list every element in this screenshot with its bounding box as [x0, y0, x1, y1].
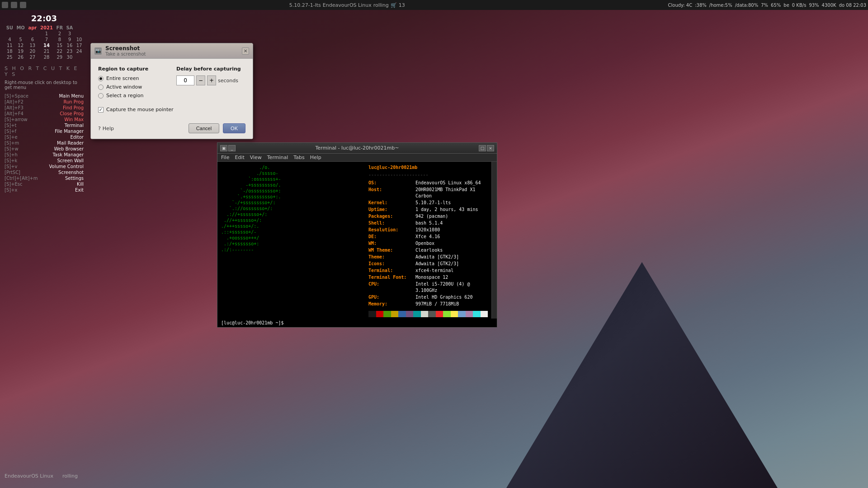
dialog-title-main: Screenshot: [105, 45, 146, 52]
color-block-6: [413, 311, 421, 317]
radio-active-window[interactable]: Active window: [98, 84, 167, 90]
sysinfo-memory-key: Memory:: [368, 301, 414, 307]
sysinfo-wmtheme-key: WM Theme:: [368, 247, 414, 253]
radio-entire-screen[interactable]: Entire screen: [98, 75, 167, 81]
radio-active-window-btn[interactable]: [98, 84, 104, 90]
sysinfo-host-val: 20HR0021MB ThinkPad X1 Carbon: [415, 187, 488, 199]
delay-section: Delay before capturing 0 − + seconds: [176, 66, 245, 101]
radio-select-region[interactable]: Select a region: [98, 93, 167, 99]
sysinfo-memory-val: 997MiB / 7718MiB: [415, 301, 459, 307]
cal-day: 15: [55, 42, 65, 48]
sysinfo-os: OS: EndeavourOS Linux x86_64: [368, 180, 488, 186]
sysinfo-resolution-key: Resolution:: [368, 227, 414, 233]
color-block-4: [398, 311, 406, 317]
terminal-menu-terminal[interactable]: Terminal: [267, 155, 288, 160]
terminal-menu-view[interactable]: View: [250, 155, 262, 160]
sysinfo-cpu: CPU: Intel i5-7200U (4) @ 3.100GHz: [368, 281, 488, 294]
cart-count: 13: [399, 2, 405, 8]
cal-day: 19: [15, 48, 27, 54]
cal-day: 29: [55, 54, 65, 60]
prompt-text: [luc@luc-20hr0021mb ~]$: [221, 320, 287, 325]
delay-increase-button[interactable]: +: [207, 75, 216, 85]
radio-entire-screen-label: Entire screen: [106, 75, 139, 81]
sysinfo-wmtheme: WM Theme: Clearlooks: [368, 247, 488, 253]
shortcut-settings: [Ctrl]+[Alt]+m Settings: [5, 176, 84, 181]
terminal-menu-help[interactable]: Help: [310, 155, 321, 160]
browser-icon[interactable]: [20, 2, 26, 8]
ok-button[interactable]: OK: [223, 123, 245, 133]
shortcut-action: File Manager: [55, 129, 84, 134]
radio-entire-screen-btn[interactable]: [98, 76, 104, 81]
delay-decrease-button[interactable]: −: [196, 75, 205, 85]
cal-day: [27, 31, 38, 37]
shortcut-key: [S]+v: [5, 164, 17, 169]
shortcut-action: Settings: [65, 176, 84, 181]
help-label: Help: [103, 126, 114, 131]
sysinfo-uptime-val: 1 day, 2 hours, 43 mins: [415, 206, 478, 213]
dialog-close-button[interactable]: ×: [242, 47, 249, 55]
radio-select-region-btn[interactable]: [98, 93, 104, 99]
sysinfo-kernel: Kernel: 5.10.27-1-lts: [368, 200, 488, 206]
sysinfo-uptime: Uptime: 1 day, 2 hours, 43 mins: [368, 206, 488, 213]
sysinfo-kernel-key: Kernel:: [368, 200, 414, 206]
color-block-12: [458, 311, 466, 317]
shortcut-screenshot: [PrtSC] Screenshot: [5, 170, 84, 175]
cancel-button[interactable]: Cancel: [189, 123, 219, 133]
sysinfo-shell-key: Shell:: [368, 220, 414, 226]
shortcut-action: Main Menu: [59, 94, 84, 99]
terminal-minimize-btn[interactable]: _: [228, 145, 236, 151]
shortcut-key: [S]+e: [5, 135, 18, 140]
color-block-7: [421, 311, 429, 317]
cal-day: 20: [27, 48, 38, 54]
cal-day: 1: [38, 31, 55, 37]
capture-mouse-checkbox-btn[interactable]: [98, 107, 104, 113]
terminal-prompt[interactable]: [luc@luc-20hr0021mb ~]$: [217, 319, 497, 327]
sysinfo-cpu-val: Intel i5-7200U (4) @ 3.100GHz: [415, 281, 488, 294]
sysinfo-cpu-key: CPU:: [368, 281, 414, 294]
terminal-menu-edit[interactable]: Edit: [235, 155, 244, 160]
help-button[interactable]: ? Help: [98, 126, 114, 131]
shortcut-key: [Ctrl]+[Alt]+m: [5, 176, 38, 181]
shortcut-key: [PrtSC]: [5, 170, 20, 175]
capture-mouse-checkbox[interactable]: Capture the mouse pointer: [98, 107, 245, 113]
shortcut-action: Editor: [70, 135, 84, 140]
color-palette: [368, 311, 488, 317]
shortcut-closeprog: [Alt]+F4 Close Prog: [5, 111, 84, 116]
terminal-ascii-art: ./o. ./sssso- `:osssssss+- -+sssssssso/.…: [217, 162, 365, 319]
terminal-menu-file[interactable]: File: [221, 155, 229, 160]
sysinfo-shell-val: bash 5.1.4: [415, 220, 443, 226]
color-block-2: [383, 311, 391, 317]
mail-info: be: [783, 3, 789, 8]
sysinfo-gpu-key: GPU:: [368, 294, 414, 300]
weather-info: Cloudy: 4C: [668, 3, 693, 8]
sysinfo-de: DE: Xfce 4.16: [368, 234, 488, 240]
terminal-icon-btn[interactable]: ▣: [220, 145, 227, 151]
color-block-3: [391, 311, 399, 317]
region-label: Region to capture: [98, 66, 167, 72]
cal-day: 3: [65, 31, 75, 37]
terminal-window: ▣ _ Terminal - luc@luc-20hr0021mb~ □ × F…: [217, 142, 497, 328]
shortcut-volume: [S]+v Volume Control: [5, 164, 84, 169]
terminal-close-btn[interactable]: ×: [487, 145, 494, 151]
apps-icon[interactable]: [2, 2, 8, 8]
sysinfo-uptime-key: Uptime:: [368, 206, 414, 213]
sysinfo-de-key: DE:: [368, 234, 414, 240]
dialog-buttons: Cancel OK: [189, 123, 245, 133]
terminal-scrollbar[interactable]: [491, 162, 497, 319]
shortcut-action: Task Manager: [52, 152, 84, 157]
files-icon[interactable]: [11, 2, 17, 8]
terminal-left-controls: ▣ _: [220, 145, 236, 151]
shortcut-key: [S]+Space: [5, 94, 28, 99]
terminal-title: Terminal - luc@luc-20hr0021mb~: [236, 145, 479, 151]
cal-day: 23: [65, 48, 75, 54]
home-info: /home:5%: [709, 3, 732, 8]
screenshot-dialog: 📷 Screenshot Take a screenshot × Region …: [90, 43, 253, 139]
terminal-menu-tabs[interactable]: Tabs: [293, 155, 304, 160]
delay-control: 0 − + seconds: [176, 75, 245, 85]
shortcut-action: Find Prog: [63, 105, 84, 110]
cal-apr: apr: [27, 25, 38, 31]
terminal-resize-btn[interactable]: □: [479, 145, 486, 151]
shortcut-key: [S]+h: [5, 152, 18, 157]
region-section: Region to capture Entire screen Active w…: [98, 66, 167, 101]
terminal-titlebar: ▣ _ Terminal - luc@luc-20hr0021mb~ □ ×: [217, 143, 497, 154]
